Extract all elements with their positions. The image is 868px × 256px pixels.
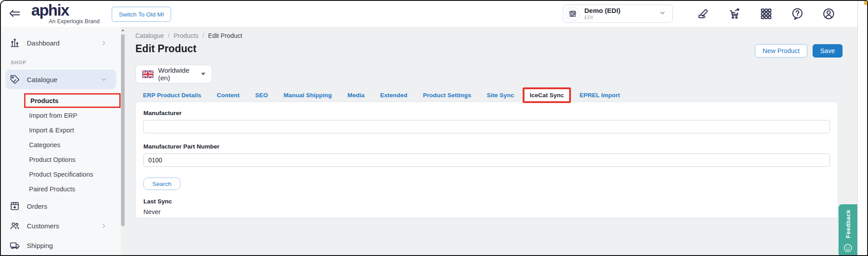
language-label: Worldwide (en): [158, 66, 197, 82]
browser-scrollbar-strip[interactable]: [857, 1, 868, 256]
cart-export-icon[interactable]: [728, 7, 742, 21]
icecat-sync-panel: Manufacturer Manufacturer Part Number Se…: [135, 102, 838, 218]
sidebar-item-import-from-erp[interactable]: Import from ERP: [1, 108, 121, 123]
uk-flag-icon: [142, 70, 154, 78]
search-button[interactable]: Search: [143, 178, 180, 190]
store-selector-text: Demo (EDI) EDI: [584, 7, 621, 20]
sidebar-item-label: Import from ERP: [29, 112, 77, 119]
switch-to-old-mi-button[interactable]: Switch To Old MI: [112, 7, 171, 22]
dashboard-icon: [9, 37, 21, 49]
chevron-down-icon: [659, 9, 666, 18]
breadcrumb-item: Edit Product: [208, 32, 242, 39]
tab-seo[interactable]: SEO: [255, 88, 268, 102]
sidebar-item-dashboard[interactable]: Dashboard: [5, 33, 116, 53]
apps-grid-icon[interactable]: [759, 7, 773, 21]
scrollbar-up-arrow-icon[interactable]: [121, 27, 125, 33]
sidebar-item-catalogue[interactable]: Catalogue: [5, 70, 116, 89]
sidebar-item-label: Catalogue: [27, 76, 57, 83]
header-icon-group: [697, 1, 835, 27]
sidebar-item-product-specifications[interactable]: Product Specifications: [1, 167, 121, 182]
manufacturer-label: Manufacturer: [143, 110, 830, 116]
part-number-label: Manufacturer Part Number: [143, 143, 830, 150]
app-window: aphix An Experlogix Brand Switch To Old …: [0, 0, 868, 256]
sidebar-section-label: SHOP: [1, 55, 121, 70]
top-header: aphix An Experlogix Brand Switch To Old …: [1, 1, 857, 27]
feedback-button[interactable]: Feedback: [839, 204, 857, 256]
chevron-down-icon: [101, 76, 107, 83]
save-button[interactable]: Save: [813, 44, 843, 58]
breadcrumb: Catalogue/Products/Edit Product: [135, 32, 242, 39]
breadcrumb-separator: /: [202, 32, 204, 39]
sidebar-item-label: Orders: [27, 202, 47, 210]
catalogue-tag-icon: [9, 74, 21, 85]
sidebar-item-label: Products: [30, 97, 59, 104]
tab-product-settings[interactable]: Product Settings: [423, 88, 471, 102]
tab-manual-shipping[interactable]: Manual Shipping: [284, 88, 332, 102]
tab-bar: ERP Product DetailsContentSEOManual Ship…: [143, 88, 620, 102]
sidebar-item-shipping[interactable]: Shipping: [5, 235, 116, 255]
tab-site-sync[interactable]: Site Sync: [487, 88, 514, 102]
help-icon[interactable]: [791, 7, 804, 21]
sidebar-item-import-export[interactable]: Import & Export: [1, 123, 121, 137]
sidebar-item-product-options[interactable]: Product Options: [1, 152, 121, 167]
tab-label: Manual Shipping: [284, 92, 332, 99]
new-product-button[interactable]: New Product: [755, 44, 807, 58]
tab-label: Site Sync: [487, 92, 514, 99]
store-selector-dropdown[interactable]: Demo (EDI) EDI: [563, 4, 673, 23]
tab-label: EPREL Import: [579, 92, 620, 99]
last-sync-value: Never: [143, 208, 830, 215]
page-actions: New Product Save: [755, 44, 843, 58]
tab-label: ERP Product Details: [143, 92, 201, 99]
theme-brush-icon[interactable]: [697, 7, 710, 21]
sidebar-nav: DashboardSHOPCatalogueProductsImport fro…: [1, 27, 121, 255]
sidebar-item-categories[interactable]: Categories: [1, 137, 121, 152]
smiley-icon: [843, 243, 853, 253]
sidebar-item-paired-products[interactable]: Paired Products: [1, 182, 121, 196]
aphix-logo: aphix: [31, 1, 69, 19]
last-sync-label: Last Sync: [143, 198, 830, 205]
page-title: Edit Product: [135, 43, 197, 55]
sidebar-scrollbar-thumb[interactable]: [121, 34, 125, 226]
chevron-right-icon: [101, 223, 107, 229]
manufacturer-input[interactable]: [143, 120, 830, 133]
tab-label: Content: [217, 92, 239, 99]
language-selector[interactable]: Worldwide (en): [135, 65, 212, 83]
sidebar-item-orders[interactable]: Orders: [5, 196, 116, 216]
main-content: Catalogue/Products/Edit Product Edit Pro…: [125, 27, 857, 255]
tab-label: IceCat Sync: [530, 92, 564, 99]
breadcrumb-item[interactable]: Catalogue: [135, 32, 164, 39]
tab-eprel-import[interactable]: EPREL Import: [579, 88, 620, 102]
part-number-input[interactable]: [143, 153, 830, 167]
collapse-sidebar-icon[interactable]: [8, 7, 22, 21]
caret-down-icon: [201, 73, 205, 75]
sidebar-item-label: Categories: [29, 141, 60, 149]
sidebar-item-products[interactable]: Products: [24, 93, 121, 108]
feedback-label: Feedback: [845, 210, 851, 238]
sidebar-item-label: Customers: [27, 222, 59, 230]
store-code: EDI: [584, 15, 621, 21]
tab-label: Media: [348, 92, 365, 99]
breadcrumb-item[interactable]: Products: [174, 32, 198, 39]
tab-content[interactable]: Content: [217, 88, 239, 102]
breadcrumb-separator: /: [168, 32, 170, 39]
sidebar-item-label: Dashboard: [27, 39, 59, 47]
customers-icon: [9, 220, 21, 231]
chevron-right-icon: [101, 40, 107, 46]
tab-erp-product-details[interactable]: ERP Product Details: [143, 88, 201, 102]
sidebar-item-customers[interactable]: Customers: [5, 216, 116, 235]
sidebar-item-label: Product Specifications: [29, 171, 93, 178]
tab-extended[interactable]: Extended: [380, 88, 407, 102]
account-icon[interactable]: [822, 7, 835, 21]
storefront-icon: [566, 7, 580, 21]
sidebar-item-label: Product Options: [29, 156, 75, 163]
tab-icecat-sync[interactable]: IceCat Sync: [524, 88, 570, 102]
tab-media[interactable]: Media: [348, 88, 365, 102]
orders-box-icon: [9, 200, 21, 212]
tab-label: Extended: [380, 92, 407, 99]
shipping-truck-icon: [9, 239, 21, 251]
sidebar-scrollbar[interactable]: [121, 27, 125, 255]
tab-label: Product Settings: [423, 92, 471, 99]
store-name: Demo (EDI): [584, 7, 621, 14]
sidebar-item-label: Shipping: [27, 242, 53, 249]
tab-label: SEO: [255, 92, 268, 99]
